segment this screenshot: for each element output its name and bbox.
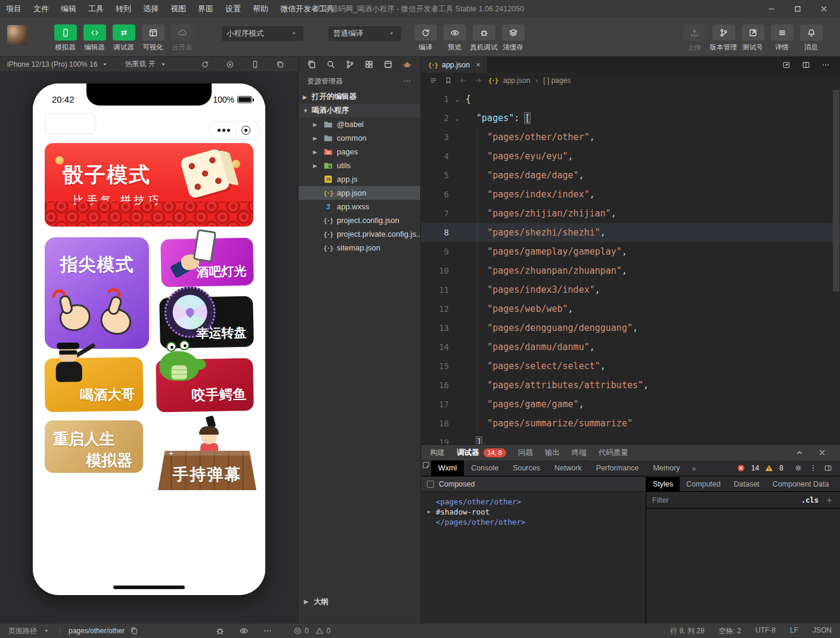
toolbar-action-button[interactable]: 真机调试 (469, 24, 498, 52)
code-line[interactable]: 16 "pages/attributes/attributes", (421, 376, 840, 395)
activity-icon[interactable] (345, 60, 355, 69)
menu-item[interactable]: 编辑 (55, 0, 82, 18)
minimize-icon[interactable] (767, 5, 776, 13)
file-tree-item[interactable]: JS app.js (299, 172, 420, 186)
debugger-tab[interactable]: 调试器 14, 8 (457, 448, 506, 458)
more-options-icon[interactable] (263, 626, 272, 636)
inspect-element-icon[interactable] (421, 460, 431, 470)
tile-biting-crocodile[interactable]: 咬手鳄鱼 (156, 358, 254, 413)
editor-scrollbar[interactable] (833, 90, 839, 292)
activity-icon[interactable] (326, 60, 336, 69)
expand-arrow[interactable] (427, 517, 435, 527)
device-selector[interactable]: iPhone 12/13 (Pro) 100% 16 (7, 60, 97, 69)
outline-section[interactable]: ▶ 大纲 (299, 594, 420, 609)
project-section[interactable]: ▼ 喝酒小程序 (299, 104, 420, 117)
file-tree-item[interactable]: ▶ pages (299, 145, 420, 159)
toolbar-right-button[interactable]: 版本管理 (709, 24, 738, 52)
code-line[interactable]: 15 "pages/select/select", (421, 357, 840, 376)
menu-item[interactable]: 选择 (137, 0, 165, 18)
code-line[interactable]: 4 "pages/eyu/eyu", (421, 147, 840, 166)
code-line[interactable]: 11 "pages/index3/index", (421, 280, 840, 299)
code-line[interactable]: 5 "pages/dage/dage", (421, 166, 840, 185)
eol-type[interactable]: LF (790, 626, 798, 636)
nav-back-icon[interactable] (458, 76, 468, 85)
menu-item[interactable]: 帮助 (247, 0, 274, 18)
record-icon[interactable] (225, 60, 235, 69)
file-tree-item[interactable]: ▶ common (299, 131, 420, 145)
toolbar-right-button[interactable]: 上传 (680, 24, 709, 52)
styles-tab[interactable]: Dataset (727, 477, 766, 491)
devtools-tab[interactable]: Console (464, 460, 506, 476)
dock-side-icon[interactable] (823, 463, 833, 473)
dom-tree-row[interactable]: ▶ #shadow-root (427, 507, 646, 517)
exit-circle-icon[interactable] (241, 126, 250, 135)
debugger-tab[interactable]: 代码质量 (599, 448, 628, 458)
close-icon[interactable] (820, 5, 828, 13)
toolbar-action-button[interactable]: 预览 (440, 24, 469, 52)
open-preview-icon[interactable] (782, 60, 791, 70)
code-line[interactable]: 9 "pages/gameplay/gameplay", (421, 242, 840, 261)
activity-icon[interactable] (383, 60, 393, 69)
code-line[interactable]: 17 "pages/game/game", (421, 395, 840, 414)
hot-reload-toggle[interactable]: 热重载 开 (125, 59, 155, 69)
settings-gear-icon[interactable] (793, 463, 803, 473)
page-path-label[interactable]: 页面路径 (8, 626, 37, 636)
code-line[interactable]: 8 "pages/shezhi/shezhi", (421, 223, 840, 242)
collapse-panel-icon[interactable] (795, 448, 804, 457)
devtools-tab[interactable]: Wxml (431, 460, 464, 476)
code-line[interactable]: 1⌄{ (421, 89, 840, 109)
page-path-value[interactable]: pages/other/other (69, 627, 125, 635)
code-line[interactable]: 6 "pages/index/index", (421, 185, 840, 204)
language-mode[interactable]: JSON (813, 626, 832, 636)
dice-mode-banner[interactable]: 骰子模式 比手气 拼技巧 (45, 143, 253, 227)
compile-select[interactable]: 普通编译 (328, 26, 401, 41)
toolbar-action-button[interactable]: 清缓存 (498, 24, 528, 52)
preview-eye-icon[interactable] (239, 626, 249, 636)
code-line[interactable]: 10 "pages/zhuanpan/zhuanpan", (421, 261, 840, 280)
more-tabs-icon[interactable]: » (687, 460, 701, 476)
styles-tab[interactable]: Computed (680, 477, 727, 491)
code-line[interactable]: 14 "pages/danmu/danmu", (421, 337, 840, 357)
breadcrumb-node[interactable]: [ ] pages (543, 76, 571, 85)
menu-item[interactable]: 工具 (82, 0, 110, 18)
avatar[interactable] (7, 25, 27, 45)
caret-down-icon[interactable] (42, 626, 51, 636)
toolbar-right-button[interactable]: 详情 (767, 24, 796, 52)
file-tree-item[interactable]: {·} sitemap.json (299, 241, 420, 255)
tile-fingertip-mode[interactable]: 指尖模式 (45, 237, 149, 349)
file-tree-item[interactable]: ▶ @babel (299, 117, 420, 131)
expand-arrow[interactable]: ▶ (427, 507, 435, 517)
toolbar-mode-button[interactable]: 模拟器 (51, 24, 80, 52)
toolbar-right-button[interactable]: 消息 (796, 24, 826, 52)
code-line[interactable]: 13 "pages/dengguang/dengguang", (421, 318, 840, 337)
activity-icon[interactable] (364, 60, 374, 69)
dom-tree-row[interactable]: <pages/other/other> (427, 497, 646, 507)
styles-tab[interactable]: Component Data (766, 477, 836, 491)
devtools-tab[interactable]: Sources (506, 460, 547, 476)
devtools-tab[interactable]: Performance (589, 460, 646, 476)
code-line[interactable]: 19 ], (421, 433, 840, 444)
maximize-icon[interactable] (793, 5, 802, 13)
toolbar-mode-button[interactable]: 可视化 (138, 24, 168, 52)
outline-menu-icon[interactable] (429, 76, 438, 85)
file-tree-item[interactable]: {·} project.private.config.js... (299, 227, 420, 241)
tile-restart-life-simulator[interactable]: 重启人生 模拟器 (45, 420, 143, 473)
code-line[interactable]: 3 "pages/other/other", (421, 128, 840, 147)
more-menu-icon[interactable] (218, 129, 230, 132)
styles-tab[interactable]: Styles (646, 477, 680, 491)
encoding[interactable]: UTF-8 (755, 626, 776, 636)
activity-icon[interactable] (402, 60, 412, 69)
toolbar-right-button[interactable]: 测试号 (738, 24, 767, 52)
debugger-tab[interactable]: 构建 (430, 448, 445, 458)
open-editors-section[interactable]: ▶ 打开的编辑器 (299, 90, 420, 104)
composed-checkbox[interactable] (427, 481, 434, 488)
debugger-tab[interactable]: 问题 (518, 448, 533, 458)
devtools-tab[interactable]: Memory (646, 460, 687, 476)
close-panel-icon[interactable] (817, 448, 827, 457)
device-frame-icon[interactable] (250, 60, 260, 69)
copy-path-icon[interactable] (129, 626, 139, 636)
tile-bar-light[interactable]: 酒吧灯光 (160, 237, 254, 287)
mode-select[interactable]: 小程序模式 (222, 26, 303, 41)
editor-tab-appjson[interactable]: {·} app.json × (421, 57, 487, 73)
code-line[interactable]: 2⌄ "pages": [ (421, 109, 840, 128)
